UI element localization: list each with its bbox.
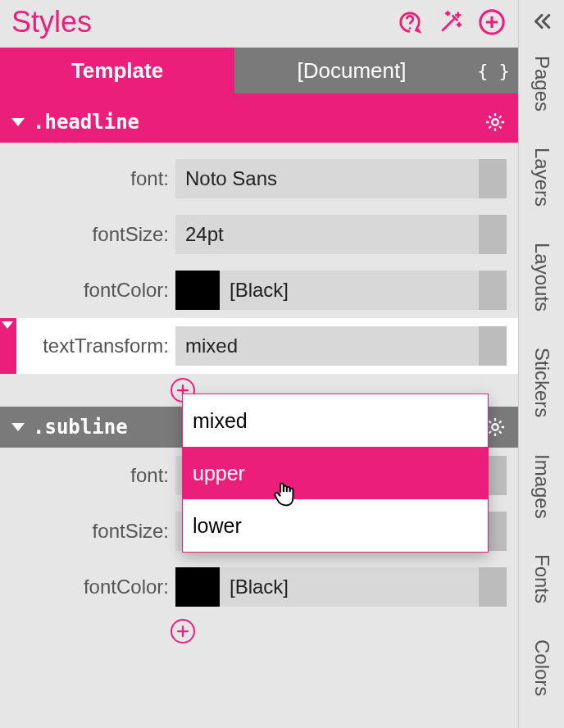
tab-document[interactable]: [Document]	[234, 48, 469, 93]
fontsize-value: 24pt	[175, 223, 479, 246]
prop-label: textTransform:	[0, 334, 175, 357]
texttransform-value: mixed	[175, 334, 479, 357]
dropdown-option-upper[interactable]: upper	[183, 447, 488, 499]
prop-label: font:	[0, 464, 175, 487]
add-prop-row-subline	[0, 615, 518, 648]
sidebar-item-fonts[interactable]: Fonts	[530, 554, 553, 603]
fontcolor-value: [Black]	[220, 279, 479, 302]
header-actions	[395, 7, 507, 37]
prop-label: fontColor:	[0, 576, 175, 598]
prop-row-fontcolor: fontColor: [Black]	[0, 559, 518, 615]
sidebar-item-layers[interactable]: Layers	[530, 148, 553, 207]
prop-label: font:	[0, 167, 175, 190]
prop-row-texttransform: textTransform: mixed	[0, 318, 518, 374]
prop-label: fontColor:	[0, 279, 175, 302]
fontsize-input[interactable]: 24pt	[175, 215, 507, 254]
add-style-button[interactable]	[477, 7, 507, 37]
font-value: Noto Sans	[175, 167, 479, 190]
prop-row-font: font: Noto Sans	[0, 151, 518, 207]
drag-handle[interactable]	[479, 159, 507, 198]
magic-wand-icon[interactable]	[436, 7, 466, 37]
prop-row-fontsize: fontSize: 24pt	[0, 207, 518, 262]
drag-handle[interactable]	[479, 326, 507, 366]
color-swatch[interactable]	[175, 271, 220, 310]
drag-handle[interactable]	[479, 567, 507, 607]
section-header-headline[interactable]: .headline	[0, 93, 518, 151]
sidebar-item-pages[interactable]: Pages	[530, 56, 553, 111]
gear-icon[interactable]	[484, 111, 507, 134]
sidebar-item-layouts[interactable]: Layouts	[530, 243, 553, 312]
svg-point-0	[409, 27, 412, 30]
section-name: .headline	[33, 111, 139, 134]
right-sidebar: Pages Layers Layouts Stickers Images Fon…	[518, 0, 564, 728]
fontcolor-select[interactable]: [Black]	[175, 271, 507, 310]
svg-point-2	[492, 119, 498, 125]
fontcolor-select[interactable]: [Black]	[175, 567, 507, 607]
dropdown-option-lower[interactable]: lower	[183, 499, 488, 552]
sidebar-item-images[interactable]: Images	[530, 454, 553, 519]
chevron-down-icon	[11, 118, 25, 126]
svg-point-3	[492, 424, 498, 430]
texttransform-dropdown[interactable]: mixed upper lower	[182, 394, 489, 553]
color-swatch[interactable]	[175, 567, 220, 607]
panel-title: Styles	[11, 5, 92, 39]
sidebar-item-colors[interactable]: Colors	[530, 639, 553, 696]
tab-template[interactable]: Template	[0, 48, 234, 93]
scope-tabs: Template [Document] { }	[0, 48, 518, 93]
collapse-sidebar-button[interactable]	[525, 5, 558, 38]
dropdown-option-mixed[interactable]: mixed	[183, 394, 488, 447]
panel-header: Styles	[0, 0, 518, 48]
fontcolor-value: [Black]	[220, 576, 479, 598]
texttransform-select[interactable]: mixed	[175, 326, 507, 366]
help-icon[interactable]	[395, 7, 425, 37]
sidebar-item-stickers[interactable]: Stickers	[530, 348, 553, 417]
code-view-button[interactable]: { }	[469, 48, 518, 93]
chevron-down-icon	[2, 321, 13, 329]
chevron-down-icon	[11, 423, 25, 431]
prop-label: fontSize:	[0, 223, 175, 246]
prop-label: fontSize:	[0, 520, 175, 543]
add-property-button[interactable]	[171, 619, 195, 644]
font-select[interactable]: Noto Sans	[175, 159, 507, 198]
prop-row-fontcolor: fontColor: [Black]	[0, 262, 518, 318]
drag-handle[interactable]	[479, 271, 507, 310]
drag-handle[interactable]	[479, 215, 507, 254]
section-name: .subline	[33, 416, 128, 439]
